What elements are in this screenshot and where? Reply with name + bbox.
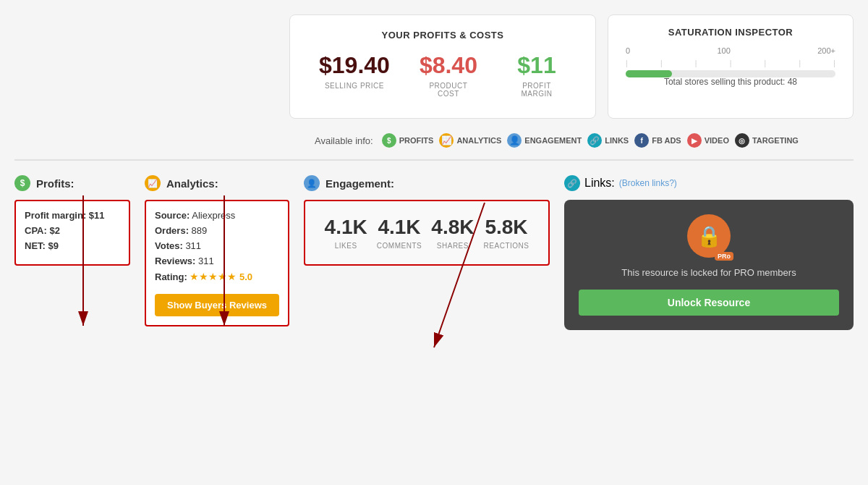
badge-engagement-label: ENGAGEMENT bbox=[524, 136, 582, 145]
profit-margin-row-label: Profit margin: bbox=[25, 210, 89, 221]
analytics-section-title: Analytics: bbox=[166, 177, 218, 190]
profit-margin-label: PROFIT MARGIN bbox=[507, 82, 566, 98]
votes-label: Votes: bbox=[155, 240, 183, 251]
analytics-box: Source: Aliexpress Orders: 889 Votes: 31… bbox=[145, 200, 289, 326]
profit-margin-row: Profit margin: $11 bbox=[25, 210, 120, 221]
engagement-section-title: Engagement: bbox=[326, 177, 394, 190]
source-label: Source: bbox=[155, 210, 190, 221]
broken-links-link[interactable]: (Broken links?) bbox=[619, 178, 677, 188]
pro-lock-icon-container: 🔒 PRo bbox=[687, 214, 731, 258]
selling-price-value: $19.40 bbox=[319, 52, 390, 79]
links-icon: 🔗 bbox=[587, 133, 602, 148]
profits-icon: $ bbox=[382, 133, 396, 148]
video-icon: ▶ bbox=[687, 133, 702, 148]
engagement-section-icon: 👤 bbox=[304, 175, 320, 191]
scale-max: 200+ bbox=[817, 46, 835, 55]
reactions-value: 5.8K bbox=[484, 216, 529, 239]
badge-analytics-label: ANALYTICS bbox=[456, 136, 501, 145]
main-container: YOUR PROFITS & COSTS $19.40 SELLING PRIC… bbox=[0, 0, 868, 345]
badge-video[interactable]: ▶ VIDEO bbox=[687, 133, 729, 148]
badge-profits-label: PROFITS bbox=[399, 136, 434, 145]
unlock-resource-button[interactable]: Unlock Resource bbox=[579, 290, 839, 316]
badge-targeting[interactable]: ◎ TARGETING bbox=[735, 133, 799, 148]
profits-section: $ Profits: Profit margin: $11 CPA: $2 NE… bbox=[14, 175, 130, 266]
source-row: Source: Aliexpress bbox=[155, 210, 279, 221]
badge-fbads-label: FB ADS bbox=[652, 136, 681, 145]
reviews-value: 311 bbox=[198, 256, 214, 266]
scale-min: 0 bbox=[626, 46, 630, 55]
votes-row: Votes: 311 bbox=[155, 240, 279, 251]
product-cost-item: $8.40 PRODUCT COST bbox=[419, 52, 478, 98]
orders-label: Orders: bbox=[155, 225, 189, 236]
top-row: YOUR PROFITS & COSTS $19.40 SELLING PRIC… bbox=[289, 14, 854, 119]
reactions-label: REACTIONS bbox=[484, 242, 529, 250]
selling-price-label: SELLING PRICE bbox=[319, 82, 390, 90]
rating-stars: ★★★★★ bbox=[190, 271, 237, 282]
links-section-title: Links: bbox=[584, 177, 615, 190]
product-cost-label: PRODUCT COST bbox=[419, 82, 478, 98]
analytics-icon: 📈 bbox=[439, 133, 454, 148]
section-divider bbox=[14, 159, 854, 161]
profits-box: Profit margin: $11 CPA: $2 NET: $9 bbox=[14, 200, 130, 266]
rating-row: Rating: ★★★★★ 5.0 bbox=[155, 271, 279, 282]
selling-price-item: $19.40 SELLING PRICE bbox=[319, 52, 390, 98]
engagement-box: 4.1K LIKES 4.1K COMMENTS 4.8K SHARES 5.8… bbox=[304, 200, 550, 266]
shares-item: 4.8K SHARES bbox=[431, 216, 474, 250]
badge-fbads[interactable]: f FB ADS bbox=[634, 133, 681, 148]
profits-section-icon: $ bbox=[14, 175, 30, 191]
pro-lock-circle: 🔒 bbox=[687, 214, 731, 258]
scale-labels: 0 100 200+ bbox=[626, 46, 835, 55]
profits-costs-card: YOUR PROFITS & COSTS $19.40 SELLING PRIC… bbox=[289, 14, 596, 119]
pro-lock-text: This resource is locked for PRO members bbox=[579, 266, 839, 279]
saturation-card: SATURATION INSPECTOR 0 100 200+ | | | | … bbox=[608, 14, 854, 119]
profits-values: $19.40 SELLING PRICE $8.40 PRODUCT COST … bbox=[319, 52, 566, 98]
profits-costs-title: YOUR PROFITS & COSTS bbox=[319, 30, 566, 41]
targeting-icon: ◎ bbox=[735, 133, 749, 148]
engagement-section: 👤 Engagement: 4.1K LIKES 4.1K COMMENTS 4… bbox=[304, 175, 550, 266]
links-section-header: 🔗 Links: (Broken links?) bbox=[564, 175, 854, 191]
badge-engagement[interactable]: 👤 ENGAGEMENT bbox=[507, 133, 582, 148]
badge-targeting-label: TARGETING bbox=[752, 136, 799, 145]
rating-value: 5.0 bbox=[239, 271, 252, 282]
badge-profits[interactable]: $ PROFITS bbox=[382, 133, 434, 148]
badge-analytics[interactable]: 📈 ANALYTICS bbox=[439, 133, 501, 148]
net-row: NET: $9 bbox=[25, 240, 120, 251]
votes-value: 311 bbox=[185, 240, 201, 251]
saturation-info: Total stores selling this product: 48 bbox=[626, 77, 835, 87]
scale-mid: 100 bbox=[717, 46, 730, 55]
bottom-row: $ Profits: Profit margin: $11 CPA: $2 NE… bbox=[14, 175, 854, 330]
scale-bar-container: | | | | | | | bbox=[626, 58, 835, 71]
analytics-section-icon: 📈 bbox=[145, 175, 161, 191]
engagement-icon: 👤 bbox=[507, 133, 522, 148]
shares-value: 4.8K bbox=[431, 216, 474, 239]
links-section: 🔗 Links: (Broken links?) 🔒 PRo This reso… bbox=[564, 175, 854, 330]
badge-video-label: VIDEO bbox=[705, 136, 729, 145]
likes-item: 4.1K LIKES bbox=[325, 216, 367, 250]
reactions-item: 5.8K REACTIONS bbox=[484, 216, 529, 250]
profit-margin-row-value: $11 bbox=[89, 210, 105, 221]
rating-label: Rating: bbox=[155, 271, 187, 282]
comments-value: 4.1K bbox=[377, 216, 422, 239]
likes-label: LIKES bbox=[325, 242, 367, 250]
engagement-section-header: 👤 Engagement: bbox=[304, 175, 550, 191]
available-label: Available info: bbox=[315, 135, 373, 146]
profits-section-header: $ Profits: bbox=[14, 175, 130, 191]
source-value: Aliexpress bbox=[192, 210, 235, 221]
comments-item: 4.1K COMMENTS bbox=[377, 216, 422, 250]
comments-label: COMMENTS bbox=[377, 242, 422, 250]
profit-margin-value: $11 bbox=[507, 52, 566, 79]
profit-margin-item: $11 PROFIT MARGIN bbox=[507, 52, 566, 98]
links-section-icon: 🔗 bbox=[564, 175, 580, 191]
saturation-title: SATURATION INSPECTOR bbox=[626, 27, 835, 38]
cpa-row: CPA: $2 bbox=[25, 225, 120, 236]
lock-icon: 🔒 bbox=[697, 224, 722, 248]
shares-label: SHARES bbox=[431, 242, 474, 250]
show-reviews-button[interactable]: Show Buyers Reviews bbox=[155, 294, 279, 316]
scale-track bbox=[626, 70, 835, 77]
scale-fill bbox=[626, 70, 672, 77]
reviews-label: Reviews: bbox=[155, 256, 195, 266]
product-cost-value: $8.40 bbox=[419, 52, 478, 79]
badge-links[interactable]: 🔗 LINKS bbox=[587, 133, 629, 148]
fbads-icon: f bbox=[634, 133, 649, 148]
saturation-scale: 0 100 200+ | | | | | | | bbox=[626, 46, 835, 71]
